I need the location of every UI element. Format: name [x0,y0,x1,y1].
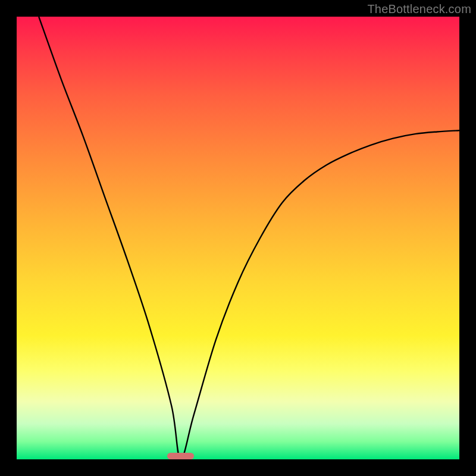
bottleneck-marker [167,453,194,459]
bottleneck-curve [17,17,459,459]
watermark-text: TheBottleneck.com [367,2,471,16]
chart-area [17,17,459,459]
